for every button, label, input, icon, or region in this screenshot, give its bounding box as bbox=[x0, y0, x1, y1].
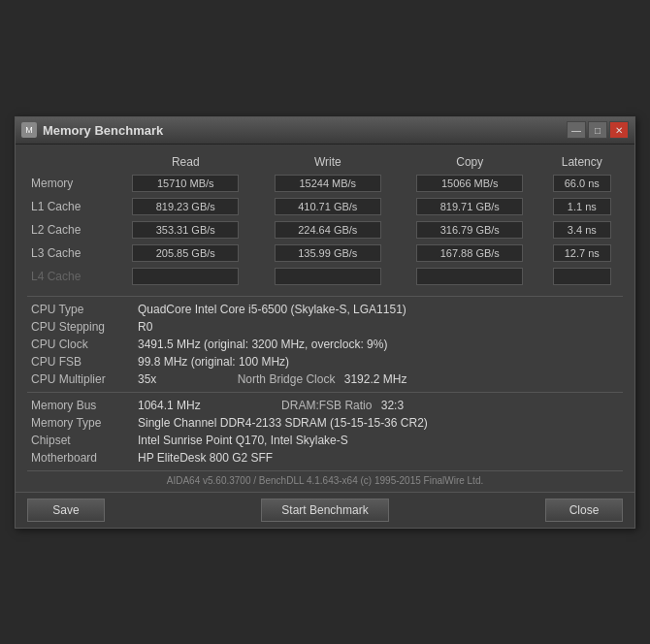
title-bar: M Memory Benchmark — □ ✕ bbox=[16, 117, 634, 145]
info-row-cpu-fsb: CPU FSB 99.8 MHz (original: 100 MHz) bbox=[27, 353, 623, 370]
info-row-cpu-stepping: CPU Stepping R0 bbox=[27, 318, 623, 336]
info-row-memory-type: Memory Type Single Channel DDR4-2133 SDR… bbox=[27, 414, 623, 432]
cpu-multiplier-label: CPU Multiplier bbox=[27, 370, 134, 388]
button-bar: Save Start Benchmark Close bbox=[16, 492, 634, 528]
l3-latency-cell: 12.7 ns bbox=[541, 242, 623, 265]
l4-read-value bbox=[132, 268, 239, 285]
minimize-button[interactable]: — bbox=[567, 121, 586, 139]
memory-write-cell: 15244 MB/s bbox=[257, 172, 400, 195]
row-label-l4: L4 Cache bbox=[27, 265, 114, 288]
l2-write-value: 224.64 GB/s bbox=[275, 221, 381, 239]
save-button[interactable]: Save bbox=[27, 499, 105, 522]
section-divider bbox=[27, 296, 623, 297]
memory-latency-value: 66.0 ns bbox=[553, 175, 611, 192]
dram-fsb-value: 32:3 bbox=[375, 399, 404, 412]
l3-latency-value: 12.7 ns bbox=[553, 244, 611, 262]
row-label-l2: L2 Cache bbox=[27, 218, 114, 242]
l3-read-value: 205.85 GB/s bbox=[132, 244, 239, 262]
l3-write-value: 135.99 GB/s bbox=[275, 244, 381, 262]
cpu-stepping-label: CPU Stepping bbox=[27, 318, 134, 336]
app-icon: M bbox=[21, 122, 37, 138]
l3-copy-cell: 167.88 GB/s bbox=[399, 242, 541, 265]
north-bridge-value: 3192.2 MHz bbox=[339, 372, 407, 386]
l2-latency-cell: 3.4 ns bbox=[541, 218, 623, 242]
north-bridge-label: North Bridge Clock bbox=[160, 372, 336, 386]
table-row: L2 Cache 353.31 GB/s 224.64 GB/s 316.79 … bbox=[27, 218, 623, 242]
l4-read-cell bbox=[114, 265, 257, 288]
memory-type-value: Single Channel DDR4-2133 SDRAM (15-15-15… bbox=[134, 414, 623, 432]
memory-bus-label: Memory Bus bbox=[27, 397, 134, 414]
footer-note: AIDA64 v5.60.3700 / BenchDLL 4.1.643-x64… bbox=[27, 470, 623, 488]
col-header-read: Read bbox=[114, 152, 257, 172]
section-divider-2 bbox=[27, 392, 623, 393]
start-benchmark-button[interactable]: Start Benchmark bbox=[261, 499, 388, 522]
l1-latency-value: 1.1 ns bbox=[553, 198, 611, 215]
row-label-memory: Memory bbox=[27, 172, 114, 195]
info-row-cpu-type: CPU Type QuadCore Intel Core i5-6500 (Sk… bbox=[27, 301, 623, 318]
l2-read-cell: 353.31 GB/s bbox=[114, 218, 257, 242]
l4-latency-value bbox=[553, 268, 611, 285]
table-row: L3 Cache 205.85 GB/s 135.99 GB/s 167.88 … bbox=[27, 242, 623, 265]
dram-fsb-label: DRAM:FSB Ratio bbox=[204, 399, 372, 412]
l2-read-value: 353.31 GB/s bbox=[132, 221, 239, 239]
memory-bus-value: 1064.1 MHz DRAM:FSB Ratio 32:3 bbox=[134, 397, 623, 414]
cpu-type-value: QuadCore Intel Core i5-6500 (Skylake-S, … bbox=[134, 301, 623, 318]
memory-type-label: Memory Type bbox=[27, 414, 134, 432]
row-label-l3: L3 Cache bbox=[27, 242, 114, 265]
l4-write-cell bbox=[257, 265, 400, 288]
memory-latency-cell: 66.0 ns bbox=[541, 172, 623, 195]
cpu-type-label: CPU Type bbox=[27, 301, 134, 318]
title-controls: — □ ✕ bbox=[567, 121, 629, 139]
l2-latency-value: 3.4 ns bbox=[553, 221, 611, 239]
maximize-button[interactable]: □ bbox=[588, 121, 607, 139]
l1-write-cell: 410.71 GB/s bbox=[257, 195, 400, 218]
l4-copy-value bbox=[416, 268, 523, 285]
l2-write-cell: 224.64 GB/s bbox=[257, 218, 400, 242]
l1-read-value: 819.23 GB/s bbox=[132, 198, 239, 215]
l1-copy-value: 819.71 GB/s bbox=[416, 198, 523, 215]
info-row-memory-bus: Memory Bus 1064.1 MHz DRAM:FSB Ratio 32:… bbox=[27, 397, 623, 414]
title-bar-left: M Memory Benchmark bbox=[21, 122, 163, 138]
memory-read-value: 15710 MB/s bbox=[132, 175, 239, 192]
cpu-multiplier-value: 35x North Bridge Clock 3192.2 MHz bbox=[134, 370, 623, 388]
l2-copy-value: 316.79 GB/s bbox=[416, 221, 523, 239]
table-row: Memory 15710 MB/s 15244 MB/s 15066 MB/s … bbox=[27, 172, 623, 195]
col-header-empty bbox=[27, 152, 114, 172]
cpu-stepping-value: R0 bbox=[134, 318, 623, 336]
l1-read-cell: 819.23 GB/s bbox=[114, 195, 257, 218]
l3-write-cell: 135.99 GB/s bbox=[257, 242, 400, 265]
l1-latency-cell: 1.1 ns bbox=[541, 195, 623, 218]
memory-copy-cell: 15066 MB/s bbox=[399, 172, 541, 195]
main-window: M Memory Benchmark — □ ✕ Read Write Copy… bbox=[15, 116, 635, 529]
chipset-label: Chipset bbox=[27, 432, 134, 449]
chipset-value: Intel Sunrise Point Q170, Intel Skylake-… bbox=[134, 432, 623, 449]
l3-read-cell: 205.85 GB/s bbox=[114, 242, 257, 265]
info-table: CPU Type QuadCore Intel Core i5-6500 (Sk… bbox=[27, 301, 623, 388]
cpu-clock-value: 3491.5 MHz (original: 3200 MHz, overcloc… bbox=[134, 336, 623, 353]
memory-bus-text: 1064.1 MHz bbox=[138, 399, 201, 412]
info-row-motherboard: Motherboard HP EliteDesk 800 G2 SFF bbox=[27, 449, 623, 467]
motherboard-label: Motherboard bbox=[27, 449, 134, 467]
l3-copy-value: 167.88 GB/s bbox=[416, 244, 523, 262]
content-area: Read Write Copy Latency Memory 15710 MB/… bbox=[16, 145, 634, 492]
motherboard-value: HP EliteDesk 800 G2 SFF bbox=[134, 449, 623, 467]
cpu-clock-label: CPU Clock bbox=[27, 336, 134, 353]
col-header-write: Write bbox=[257, 152, 400, 172]
l4-write-value bbox=[275, 268, 381, 285]
table-row: L4 Cache bbox=[27, 265, 623, 288]
table-row: L1 Cache 819.23 GB/s 410.71 GB/s 819.71 … bbox=[27, 195, 623, 218]
l4-latency-cell bbox=[541, 265, 623, 288]
close-window-button[interactable]: ✕ bbox=[609, 121, 629, 139]
benchmark-table: Read Write Copy Latency Memory 15710 MB/… bbox=[27, 152, 623, 288]
cpu-multiplier-text: 35x bbox=[138, 372, 156, 386]
close-button[interactable]: Close bbox=[545, 499, 623, 522]
info-row-chipset: Chipset Intel Sunrise Point Q170, Intel … bbox=[27, 432, 623, 449]
cpu-fsb-label: CPU FSB bbox=[27, 353, 134, 370]
info-table-2: Memory Bus 1064.1 MHz DRAM:FSB Ratio 32:… bbox=[27, 397, 623, 467]
memory-copy-value: 15066 MB/s bbox=[416, 175, 523, 192]
info-row-cpu-clock: CPU Clock 3491.5 MHz (original: 3200 MHz… bbox=[27, 336, 623, 353]
l2-copy-cell: 316.79 GB/s bbox=[399, 218, 541, 242]
l1-copy-cell: 819.71 GB/s bbox=[399, 195, 541, 218]
info-row-cpu-multiplier: CPU Multiplier 35x North Bridge Clock 31… bbox=[27, 370, 623, 388]
memory-write-value: 15244 MB/s bbox=[275, 175, 381, 192]
